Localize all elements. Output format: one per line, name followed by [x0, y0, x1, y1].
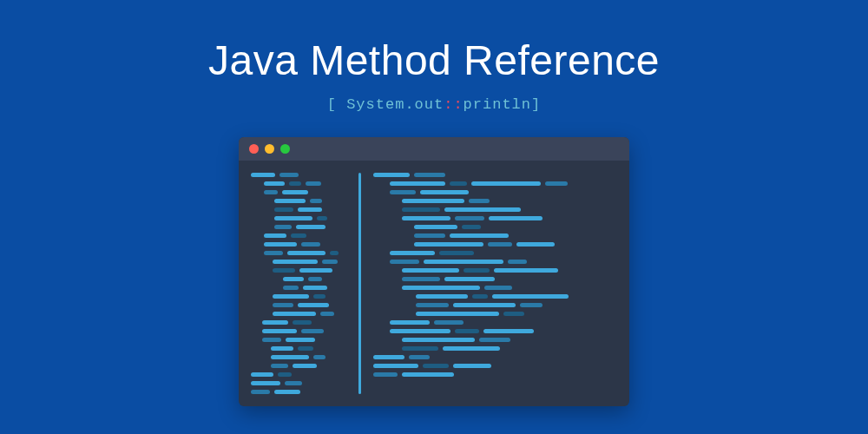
code-segment [274, 207, 293, 212]
code-segment [317, 216, 327, 220]
code-segment [416, 312, 499, 316]
code-segment [274, 216, 312, 220]
code-segment [373, 329, 385, 333]
code-line [251, 294, 346, 299]
code-segment [434, 320, 464, 325]
code-segment [494, 268, 558, 273]
code-segment [310, 199, 322, 203]
code-line [373, 346, 615, 351]
code-segment [298, 346, 313, 351]
code-line [251, 233, 346, 238]
code-segment [402, 199, 464, 203]
code-line [251, 268, 346, 273]
code-segment [306, 181, 321, 186]
code-segment [516, 242, 555, 247]
code-segment [298, 207, 322, 212]
minimize-icon [265, 144, 274, 154]
code-segment [402, 346, 438, 351]
code-segment [262, 338, 281, 342]
code-segment [264, 190, 278, 194]
code-segment [416, 303, 449, 307]
code-segment [285, 381, 302, 385]
code-segment [251, 364, 266, 368]
code-segment [439, 251, 474, 255]
code-segment [287, 251, 326, 255]
code-segment [373, 181, 385, 186]
code-segment [462, 225, 481, 229]
code-segment [483, 329, 534, 333]
code-segment [251, 268, 268, 273]
code-segment [503, 312, 524, 316]
code-line [251, 286, 346, 290]
code-segment [251, 251, 260, 255]
code-line [373, 181, 615, 186]
code-segment [373, 338, 398, 342]
code-segment [320, 312, 334, 316]
code-line [251, 277, 346, 281]
window-titlebar [239, 137, 629, 161]
code-segment [251, 233, 260, 238]
code-segment [264, 251, 283, 255]
code-segment [251, 312, 268, 316]
code-segment [273, 303, 293, 307]
code-segment [488, 242, 512, 247]
code-segment [274, 390, 300, 394]
code-segment [273, 294, 309, 299]
code-segment [455, 329, 479, 333]
code-segment [423, 364, 449, 368]
code-segment [402, 372, 454, 377]
code-segment [251, 286, 279, 290]
code-segment [484, 286, 512, 290]
system-out-text: System.out [346, 96, 444, 113]
code-segment [373, 260, 385, 264]
code-segment [251, 346, 266, 351]
code-line [251, 181, 346, 186]
code-segment [273, 260, 318, 264]
code-segment [453, 303, 516, 307]
code-segment [472, 294, 488, 299]
code-line [251, 190, 346, 194]
code-line [373, 364, 615, 368]
code-segment [414, 233, 445, 238]
code-line [251, 346, 346, 351]
code-segment [373, 251, 385, 255]
code-line [373, 338, 615, 342]
code-line [373, 233, 615, 238]
code-segment [373, 277, 398, 281]
double-colon-text: :: [444, 96, 463, 113]
code-segment [402, 207, 440, 212]
code-segment [471, 181, 541, 186]
code-segment [251, 381, 280, 385]
code-segment [251, 390, 270, 394]
code-segment [373, 216, 398, 220]
code-segment [373, 233, 410, 238]
code-line [373, 372, 615, 377]
code-segment [453, 364, 491, 368]
code-segment [296, 225, 326, 229]
code-line [251, 355, 346, 359]
code-segment [298, 303, 329, 307]
method-name-text: println [464, 96, 531, 113]
code-segment [416, 294, 468, 299]
code-segment [278, 372, 292, 377]
code-segment [264, 233, 286, 238]
editor-body [239, 161, 629, 406]
code-line [251, 312, 346, 316]
code-segment [273, 268, 295, 273]
code-segment [373, 320, 385, 325]
code-segment [450, 233, 509, 238]
code-line [373, 286, 615, 290]
code-segment [373, 207, 398, 212]
code-segment [289, 181, 301, 186]
code-line [373, 329, 615, 333]
code-line [251, 225, 346, 229]
code-segment [251, 190, 260, 194]
code-line [373, 312, 615, 316]
editor-right-pane [373, 173, 615, 394]
code-line [251, 364, 346, 368]
code-segment [424, 260, 503, 264]
page-title: Java Method Reference [208, 36, 660, 84]
code-segment [330, 251, 339, 255]
code-line [373, 242, 615, 247]
code-line [373, 190, 615, 194]
